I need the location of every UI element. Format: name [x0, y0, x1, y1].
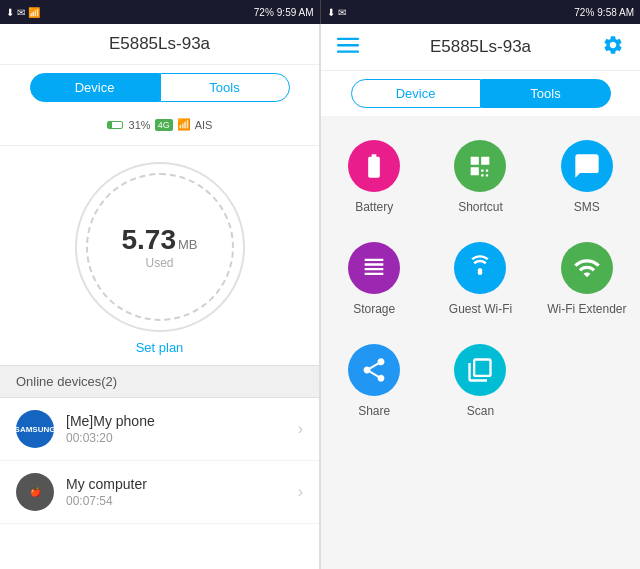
tool-guest-wifi[interactable]: Guest Wi-Fi: [427, 228, 533, 330]
gauge-outer: 5.73 MB Used: [75, 162, 245, 332]
sms-tool-icon: [561, 140, 613, 192]
online-devices-header: Online devices(2): [0, 365, 319, 398]
battery-percent: 31%: [129, 119, 151, 131]
right-header: E5885Ls-93a: [321, 24, 640, 71]
svg-rect-5: [337, 51, 359, 53]
right-tab-tools[interactable]: Tools: [481, 79, 611, 108]
computer-chevron-icon: ›: [298, 483, 303, 501]
svg-rect-4: [337, 44, 359, 46]
status-bar-right-right: 72% 9:58 AM: [574, 7, 634, 18]
gauge-value: 5.73: [122, 224, 177, 256]
svg-rect-3: [337, 38, 359, 40]
phone-chevron-icon: ›: [298, 420, 303, 438]
battery-text-right: 72%: [574, 7, 594, 18]
right-tab-device[interactable]: Device: [351, 79, 481, 108]
gauge-inner: 5.73 MB Used: [86, 173, 234, 321]
wifi-extender-tool-label: Wi-Fi Extender: [547, 302, 626, 316]
share-tool-icon: [348, 344, 400, 396]
phone-time: 00:03:20: [66, 431, 298, 445]
tool-sms[interactable]: SMS: [534, 126, 640, 228]
shortcut-tool-label: Shortcut: [458, 200, 503, 214]
status-bar-left: ⬇ ✉ 📶 72% 9:59 AM: [0, 0, 320, 24]
left-header: E5885Ls-93a: [0, 24, 319, 65]
wifi-extender-tool-icon: [561, 242, 613, 294]
tool-wifi-extender[interactable]: Wi-Fi Extender: [534, 228, 640, 330]
svg-point-6: [478, 270, 483, 275]
time-right: 9:58 AM: [597, 7, 634, 18]
status-bar-left-right: 72% 9:59 AM: [254, 7, 314, 18]
battery-text-left: 72%: [254, 7, 274, 18]
tool-battery[interactable]: Battery: [321, 126, 427, 228]
battery-tool-label: Battery: [355, 200, 393, 214]
storage-tool-icon: [348, 242, 400, 294]
tool-shortcut[interactable]: Shortcut: [427, 126, 533, 228]
phone-info: [Me]My phone 00:03:20: [66, 413, 298, 445]
right-gear-icon[interactable]: [602, 34, 624, 60]
gauge-unit: MB: [178, 237, 198, 252]
shortcut-tool-icon: [454, 140, 506, 192]
tools-grid: Battery Shortcut SMS St: [321, 116, 640, 442]
left-tabs: Device Tools: [0, 65, 319, 110]
storage-tool-label: Storage: [353, 302, 395, 316]
scan-tool-icon: [454, 344, 506, 396]
status-bars: ⬇ ✉ 📶 72% 9:59 AM ⬇ ✉ 72% 9:58 AM: [0, 0, 640, 24]
computer-time: 00:07:54: [66, 494, 298, 508]
device-item-computer[interactable]: 🍎 My computer 00:07:54 ›: [0, 461, 319, 524]
time-left: 9:59 AM: [277, 7, 314, 18]
right-header-title: E5885Ls-93a: [430, 37, 531, 57]
set-plan-label[interactable]: Set plan: [0, 336, 319, 365]
sms-tool-label: SMS: [574, 200, 600, 214]
gauge-wrapper: 5.73 MB Used: [0, 146, 319, 336]
computer-avatar: 🍎: [16, 473, 54, 511]
device-item-phone[interactable]: SAMSUNG [Me]My phone 00:03:20 ›: [0, 398, 319, 461]
download-icon: ⬇: [6, 7, 14, 18]
guest-wifi-tool-label: Guest Wi-Fi: [449, 302, 512, 316]
device-list: SAMSUNG [Me]My phone 00:03:20 › 🍎 My com…: [0, 398, 319, 569]
right-tabs: Device Tools: [321, 71, 640, 116]
carrier-name: AIS: [195, 119, 213, 131]
gauge-display: 5.73 MB: [122, 224, 198, 256]
main-panels: E5885Ls-93a Device Tools 31% 4G 📶 AIS: [0, 24, 640, 569]
status-bar-right: ⬇ ✉ 72% 9:58 AM: [321, 0, 641, 24]
computer-name: My computer: [66, 476, 298, 492]
device-info-bar: 31% 4G 📶 AIS: [0, 110, 319, 146]
phone-name: [Me]My phone: [66, 413, 298, 429]
battery-tool-icon: [348, 140, 400, 192]
battery-icon: [107, 121, 123, 129]
status-bar-left-icons: ⬇ ✉ 📶: [6, 7, 40, 18]
signal-info: 31% 4G 📶 AIS: [107, 118, 213, 131]
guest-wifi-tool-icon: [454, 242, 506, 294]
computer-info: My computer 00:07:54: [66, 476, 298, 508]
right-panel: E5885Ls-93a Device Tools Battery: [321, 24, 640, 569]
left-header-title: E5885Ls-93a: [109, 34, 210, 54]
tool-scan[interactable]: Scan: [427, 330, 533, 432]
left-tab-device[interactable]: Device: [30, 73, 160, 102]
mail-icon: ✉: [17, 7, 25, 18]
bluetooth-icon: ⬇: [327, 7, 335, 18]
phone-avatar: SAMSUNG: [16, 410, 54, 448]
left-tab-tools[interactable]: Tools: [160, 73, 290, 102]
network-type: 4G: [155, 119, 173, 131]
scan-tool-label: Scan: [467, 404, 494, 418]
mute-icon: ✉: [338, 7, 346, 18]
signal-bars-icon: 📶: [177, 118, 191, 131]
right-menu-icon[interactable]: [337, 34, 359, 60]
signal-icon: 📶: [28, 7, 40, 18]
status-bar-right-icons: ⬇ ✉: [327, 7, 346, 18]
share-tool-label: Share: [358, 404, 390, 418]
tool-storage[interactable]: Storage: [321, 228, 427, 330]
tool-share[interactable]: Share: [321, 330, 427, 432]
left-panel: E5885Ls-93a Device Tools 31% 4G 📶 AIS: [0, 24, 320, 569]
gauge-subunit: Used: [145, 256, 173, 270]
